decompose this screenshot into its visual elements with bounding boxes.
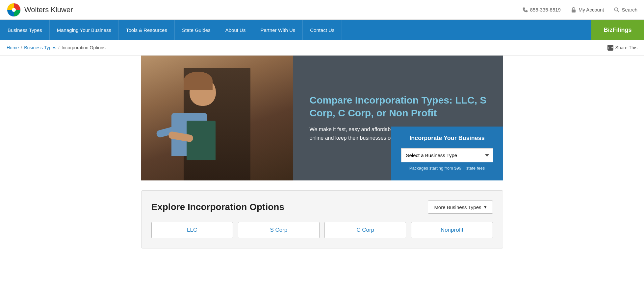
incorporate-title: Incorporate Your Business [401, 135, 493, 142]
nav-item-managing[interactable]: Managing Your Business [50, 20, 119, 40]
more-types-chevron-icon: ▾ [484, 204, 487, 210]
business-type-llc[interactable]: LLC [151, 222, 233, 238]
breadcrumb-business-types[interactable]: Business Types [24, 45, 56, 50]
phone-link[interactable]: 855-335-8519 [522, 7, 561, 13]
nav-bar: Business Types Managing Your Business To… [0, 20, 644, 40]
nav-item-state-guides[interactable]: State Guides [175, 20, 218, 40]
main-content: Compare Incorporation Types: LLC, S Corp… [141, 56, 503, 265]
breadcrumb: Home / Business Types / Incorporation Op… [7, 45, 106, 50]
business-type-scorp[interactable]: S Corp [238, 222, 320, 238]
share-this-link[interactable]: + + Share This [607, 45, 637, 51]
more-types-label: More Business Types [434, 204, 481, 210]
svg-line-4 [618, 11, 619, 12]
top-bar: Wolters Kluwer 855-335-8519 My Acc [0, 0, 644, 20]
more-business-types-button[interactable]: More Business Types ▾ [428, 200, 493, 214]
brand-name: Wolters Kluwer [24, 6, 73, 14]
share-icon: + + [607, 45, 613, 51]
content-area: Compare Incorporation Types: LLC, S Corp… [0, 56, 644, 265]
breadcrumb-sep-2: / [58, 45, 60, 50]
logo-area[interactable]: Wolters Kluwer [7, 3, 73, 17]
business-type-ccorp[interactable]: C Corp [324, 222, 406, 238]
search-label: Search [622, 7, 637, 12]
explore-section: Explore Incorporation Options More Busin… [141, 190, 503, 248]
svg-rect-2 [572, 10, 576, 12]
phone-number: 855-335-8519 [530, 7, 561, 12]
search-icon [614, 7, 620, 13]
nav-bizfilings-cta[interactable]: BizFilings [591, 20, 644, 40]
explore-header: Explore Incorporation Options More Busin… [151, 200, 493, 214]
svg-text:+: + [608, 46, 609, 50]
wolters-kluwer-logo-icon [7, 3, 21, 17]
nav-item-partner[interactable]: Partner With Us [253, 20, 303, 40]
nav-items: Business Types Managing Your Business To… [0, 20, 591, 40]
business-type-select[interactable]: Select a Business Type LLC S Corp C Corp… [401, 148, 493, 162]
packages-text: Packages starting from $99 + state fees [401, 166, 493, 171]
my-account-label: My Account [579, 7, 604, 12]
business-types-row: LLC S Corp C Corp Nonprofit [151, 222, 493, 238]
svg-point-1 [12, 8, 16, 12]
hero-photo [141, 56, 293, 180]
svg-point-3 [615, 8, 618, 11]
breadcrumb-current: Incorporation Options [62, 45, 106, 50]
phone-icon [522, 7, 528, 13]
my-account-link[interactable]: My Account [571, 7, 604, 13]
breadcrumb-home[interactable]: Home [7, 45, 19, 50]
hero-section: Compare Incorporation Types: LLC, S Corp… [141, 56, 503, 180]
nav-item-contact[interactable]: Contact Us [303, 20, 342, 40]
explore-title: Explore Incorporation Options [151, 202, 284, 212]
nav-item-about[interactable]: About Us [218, 20, 253, 40]
incorporate-box: Incorporate Your Business Select a Busin… [391, 127, 503, 180]
hero-title: Compare Incorporation Types: LLC, S Corp… [310, 94, 490, 119]
top-right-actions: 855-335-8519 My Account [522, 7, 638, 13]
breadcrumb-bar: Home / Business Types / Incorporation Op… [0, 40, 644, 56]
nav-item-business-types[interactable]: Business Types [0, 20, 50, 40]
lock-icon [571, 7, 577, 13]
nav-item-tools[interactable]: Tools & Resources [119, 20, 175, 40]
share-label: Share This [615, 45, 637, 50]
business-type-nonprofit[interactable]: Nonprofit [411, 222, 493, 238]
breadcrumb-sep-1: / [21, 45, 22, 50]
search-link[interactable]: Search [614, 7, 637, 13]
